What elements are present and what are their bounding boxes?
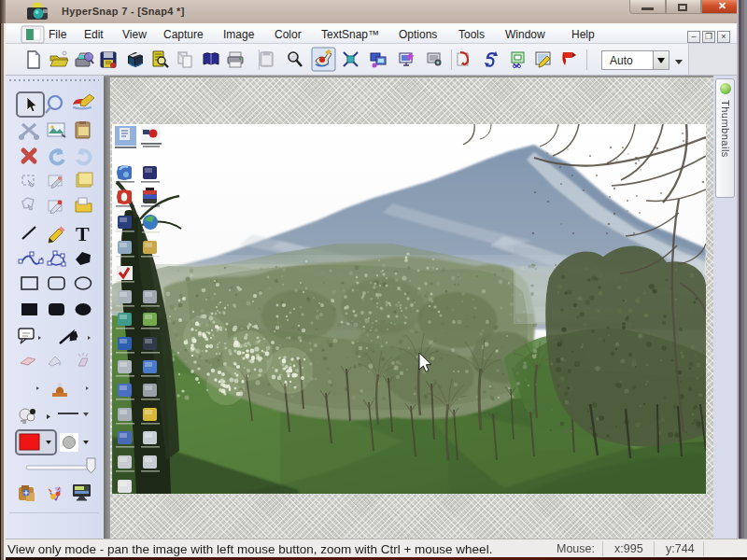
svg-text:T: T bbox=[76, 222, 90, 245]
